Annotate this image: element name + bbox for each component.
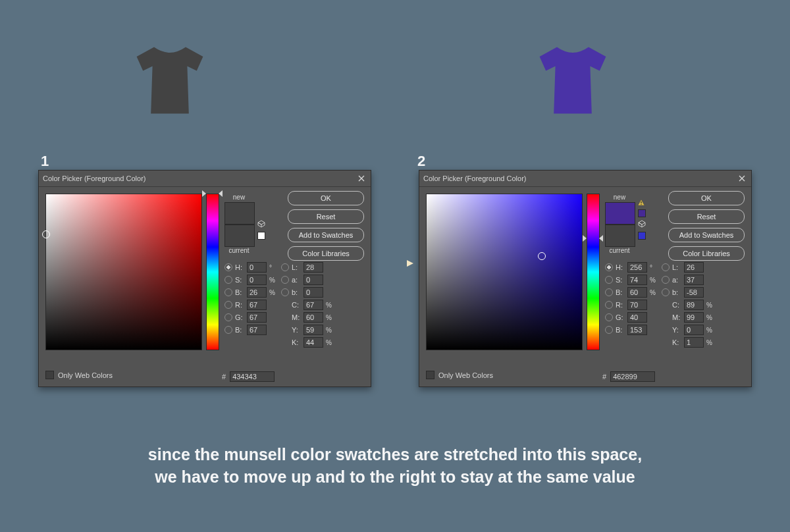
s-input[interactable] [247,275,267,285]
saturation-brightness-field[interactable] [45,194,202,350]
hue-slider[interactable] [587,194,600,350]
r-input[interactable] [627,300,647,310]
unit-pct: % [326,314,335,321]
y-label: Y: [672,326,681,334]
gamut-warning-icon[interactable] [637,199,645,207]
add-to-swatches-button[interactable]: Add to Swatches [668,228,745,242]
g-input[interactable] [627,312,647,323]
current-label: current [224,247,253,254]
gamut-swatch[interactable] [638,209,646,217]
color-picker-dialog: Color Picker (Foreground Color) new curr… [38,170,371,387]
g-radio[interactable] [605,313,613,321]
c-input[interactable] [303,300,323,310]
m-input[interactable] [303,312,323,323]
hash-label: # [222,373,226,381]
l-label: L: [672,263,681,271]
g-input[interactable] [247,312,267,323]
ok-button[interactable]: OK [668,191,745,205]
b-radio[interactable] [605,288,613,296]
new-label: new [605,194,634,201]
y-input[interactable] [303,325,323,335]
color-libraries-button[interactable]: Color Libraries [288,246,364,261]
stage-number: 2 [417,153,425,170]
g-label: G: [235,313,244,321]
h-input[interactable] [247,262,267,273]
bb-label: b: [672,288,681,296]
close-icon[interactable] [737,173,747,184]
new-swatch[interactable] [224,202,255,225]
k-input[interactable] [684,337,704,348]
web-colors-checkbox[interactable] [426,371,434,379]
unit-pct: % [269,277,278,284]
color-picker-dialog: Color Picker (Foreground Color) new curr… [419,170,752,387]
a-label: a: [672,276,681,284]
a-radio[interactable] [662,276,670,284]
a-input[interactable] [303,275,323,285]
k-input[interactable] [303,337,323,348]
new-swatch[interactable] [605,202,635,225]
h-input[interactable] [627,262,647,273]
dialog-title: Color Picker (Foreground Color) [423,174,527,182]
bb-input[interactable] [303,287,323,298]
s-radio[interactable] [605,276,613,284]
saturation-brightness-field[interactable] [426,194,583,350]
bl-input[interactable] [247,325,267,335]
a-label: a: [292,276,301,284]
l-radio[interactable] [662,263,670,271]
g-radio[interactable] [224,313,232,321]
websafe-swatch[interactable] [257,232,265,240]
close-icon[interactable] [356,173,367,184]
current-swatch[interactable] [605,225,635,247]
s-radio[interactable] [224,276,232,284]
bv-input[interactable] [247,287,267,298]
l-radio[interactable] [281,263,289,271]
hex-input[interactable] [610,371,655,382]
cube-icon[interactable] [257,220,265,228]
unit-pct: % [326,339,335,346]
svg-marker-1 [407,260,413,267]
hex-input[interactable] [230,371,275,382]
ok-button[interactable]: OK [288,191,364,205]
l-input[interactable] [684,262,704,273]
r-input[interactable] [247,300,267,310]
hue-radio[interactable] [605,263,613,271]
color-preview: new current [605,194,634,255]
c-input[interactable] [684,300,704,310]
a-radio[interactable] [281,276,289,284]
r-radio[interactable] [224,301,232,309]
current-swatch[interactable] [224,225,255,247]
hash-label: # [602,373,606,381]
hue-slider[interactable] [206,194,219,350]
bb-radio[interactable] [662,288,670,296]
unit-pct: % [650,289,659,296]
tshirt-icon [130,41,209,120]
bl-input[interactable] [627,325,647,335]
tshirt-icon [533,41,612,120]
hue-radio[interactable] [224,263,232,271]
unit-pct: % [269,289,278,296]
add-to-swatches-button[interactable]: Add to Swatches [288,228,364,242]
color-libraries-button[interactable]: Color Libraries [668,246,745,261]
web-colors-checkbox[interactable] [45,371,54,379]
cube-icon[interactable] [638,220,646,228]
reset-button[interactable]: Reset [668,209,745,224]
reset-button[interactable]: Reset [288,209,364,224]
bl-radio[interactable] [224,326,232,334]
b-radio[interactable] [224,288,232,296]
r-radio[interactable] [605,301,613,309]
m-input[interactable] [684,312,704,323]
y-input[interactable] [684,325,704,335]
websafe-swatch[interactable] [638,232,646,240]
s-input[interactable] [627,275,647,285]
a-input[interactable] [684,275,704,285]
arrow-right-icon [374,258,413,269]
l-input[interactable] [303,262,323,273]
bl-radio[interactable] [605,326,613,334]
bb-radio[interactable] [281,288,289,296]
l-label: L: [292,263,301,271]
new-label: new [224,194,253,201]
bv-input[interactable] [627,287,647,298]
k-label: K: [672,338,681,346]
bb-input[interactable] [684,287,704,298]
unit-pct: % [706,339,716,346]
